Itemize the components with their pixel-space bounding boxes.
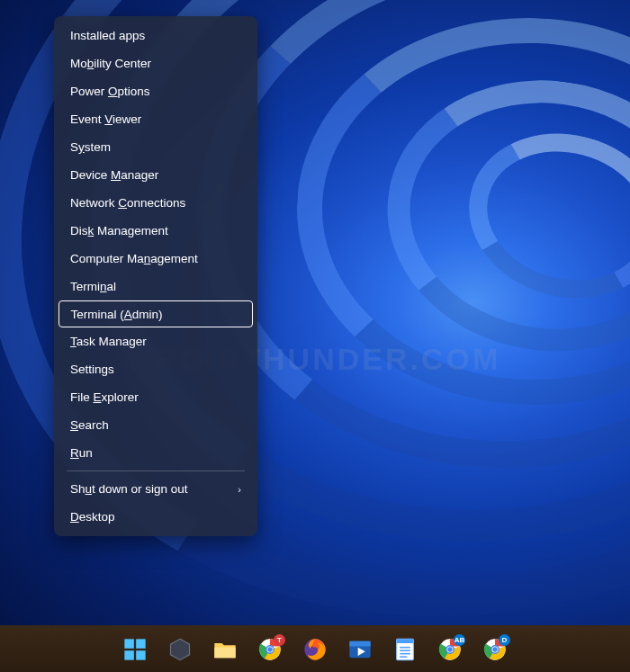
menu-item-network-connections[interactable]: Network Connections (58, 189, 254, 217)
menu-item-power-options[interactable]: Power Options (58, 77, 254, 105)
svg-point-23 (447, 647, 452, 651)
menu-item-label: System (70, 140, 111, 154)
menu-item-label: Task Manager (70, 335, 147, 348)
menu-item-system[interactable]: System (58, 133, 254, 161)
taskbar-media-player-icon[interactable] (342, 632, 378, 668)
notification-badge: T (274, 634, 285, 646)
menu-item-terminal[interactable]: Terminal (58, 273, 254, 300)
svg-rect-12 (349, 641, 370, 646)
menu-item-event-viewer[interactable]: Event Viewer (58, 105, 254, 133)
svg-rect-2 (124, 650, 134, 660)
svg-point-27 (492, 647, 497, 651)
menu-item-task-manager[interactable]: Task Manager (58, 327, 254, 355)
menu-item-desktop[interactable]: Desktop (58, 503, 254, 531)
menu-item-label: Device Manager (70, 168, 158, 182)
menu-item-terminal-admin[interactable]: Terminal (Admin) (58, 300, 253, 327)
menu-item-label: Event Viewer (70, 112, 141, 126)
menu-item-mobility-center[interactable]: Mobility Center (58, 49, 254, 77)
menu-item-shut-down-or-sign-out[interactable]: Shut down or sign out› (58, 475, 254, 503)
menu-item-file-explorer[interactable]: File Explorer (58, 383, 254, 411)
taskbar: TABD (0, 625, 630, 672)
menu-item-search[interactable]: Search (58, 411, 254, 439)
svg-rect-3 (136, 650, 146, 660)
svg-rect-1 (136, 639, 146, 649)
menu-item-label: Computer Management (70, 252, 198, 265)
taskbar-chrome-icon[interactable]: AB (432, 632, 468, 668)
notification-badge: AB (454, 634, 465, 646)
menu-item-settings[interactable]: Settings (58, 355, 254, 383)
menu-item-label: Run (70, 446, 93, 460)
menu-item-label: Search (70, 418, 109, 432)
menu-item-label: Network Connections (70, 196, 185, 210)
menu-item-label: Terminal (70, 280, 116, 293)
svg-point-9 (267, 647, 272, 651)
svg-rect-0 (124, 639, 134, 649)
taskbar-app-hexagon-icon[interactable] (162, 632, 198, 668)
winx-context-menu: Installed appsMobility CenterPower Optio… (54, 16, 257, 536)
menu-item-label: Terminal (Admin) (71, 308, 163, 321)
svg-rect-5 (214, 647, 235, 658)
menu-item-disk-management[interactable]: Disk Management (58, 217, 254, 245)
svg-marker-4 (171, 639, 190, 659)
menu-item-label: Power Options (70, 85, 150, 98)
menu-item-label: Mobility Center (70, 57, 151, 70)
menu-separator (67, 470, 245, 471)
taskbar-notepad-icon[interactable] (387, 632, 423, 668)
svg-rect-15 (397, 639, 414, 643)
menu-item-label: Settings (70, 363, 114, 376)
menu-item-installed-apps[interactable]: Installed apps (58, 22, 254, 49)
menu-item-computer-management[interactable]: Computer Management (58, 245, 254, 273)
menu-item-label: Disk Management (70, 224, 168, 237)
menu-item-label: File Explorer (70, 390, 139, 404)
taskbar-firefox-icon[interactable] (297, 632, 333, 668)
menu-item-label: Desktop (70, 510, 115, 524)
menu-item-label: Shut down or sign out (70, 482, 188, 496)
menu-item-device-manager[interactable]: Device Manager (58, 161, 254, 189)
chevron-right-icon: › (238, 484, 241, 495)
menu-item-label: Installed apps (70, 29, 145, 42)
taskbar-file-explorer-icon[interactable] (207, 632, 243, 668)
notification-badge: D (499, 634, 510, 646)
taskbar-chrome-icon[interactable]: D (477, 632, 513, 668)
menu-item-run[interactable]: Run (58, 439, 254, 467)
taskbar-chrome-icon[interactable]: T (252, 632, 288, 668)
taskbar-start-icon[interactable] (117, 632, 153, 668)
